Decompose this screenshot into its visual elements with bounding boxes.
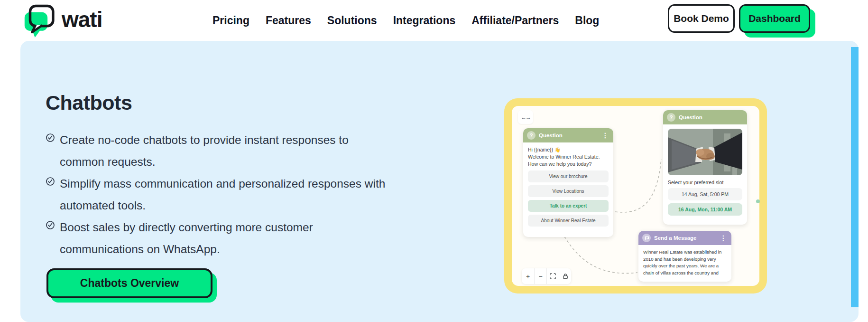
check-circle-icon xyxy=(46,220,55,230)
slot-option-14-aug[interactable]: 14 Aug, Sat, 5:00 PM xyxy=(668,188,742,200)
card-title: Send a Message xyxy=(654,235,719,241)
question-card-header: ? Question ⋮ xyxy=(523,128,613,142)
canvas-zoom-toolbar: + − xyxy=(522,268,571,284)
fit-screen-button[interactable] xyxy=(546,268,559,284)
dashboard-button[interactable]: Dashboard xyxy=(739,4,810,33)
slot-caption: Select your preferred slot xyxy=(668,180,742,185)
page-scrollbar[interactable] xyxy=(851,47,859,307)
chat-bubble-icon xyxy=(642,234,651,242)
chatbot-builder-illustration: ←→ ? Question ⋮ Hi {{name}} 👋 Welcome to… xyxy=(504,98,767,294)
question-node-card-slots: ? Question xyxy=(663,110,747,225)
question-mark-icon: ? xyxy=(527,131,536,140)
question-node-card: ? Question ⋮ Hi {{name}} 👋 Welcome to Wi… xyxy=(523,128,613,237)
message-card-text: Winner Real Estate was established in 20… xyxy=(638,245,731,280)
message-line: How can we help you today? xyxy=(528,161,609,168)
greeting-text: Hi {{name}} xyxy=(528,147,553,152)
top-navigation-bar: wati Pricing Features Solutions Integrat… xyxy=(0,0,868,41)
lock-icon xyxy=(563,273,568,279)
quick-reply-view-locations[interactable]: View Locations xyxy=(528,185,609,197)
book-demo-button[interactable]: Book Demo xyxy=(668,4,735,33)
nav-item-features[interactable]: Features xyxy=(266,14,311,27)
zoom-in-button[interactable]: + xyxy=(522,268,534,284)
nav-item-pricing[interactable]: Pricing xyxy=(212,14,249,27)
message-line: Welcome to Winner Real Estate. xyxy=(528,153,609,161)
handshake-photo xyxy=(668,129,742,175)
card-title: Question xyxy=(539,133,601,138)
slot-option-16-aug[interactable]: 16 Aug, Mon, 11:00 AM xyxy=(668,203,742,216)
question-card-header: ? Question xyxy=(663,110,747,124)
quick-reply-talk-to-expert[interactable]: Talk to an expert xyxy=(528,200,609,212)
quick-reply-about[interactable]: About Winner Real Estate xyxy=(528,215,609,227)
send-message-node-card: Send a Message ⋮ Winner Real Estate was … xyxy=(638,231,731,282)
bullet-boost-sales: Boost sales by directly converting more … xyxy=(46,217,313,260)
check-circle-icon xyxy=(46,177,55,186)
lock-canvas-button[interactable] xyxy=(559,268,571,284)
resize-handle[interactable]: ←→ xyxy=(518,110,533,124)
slot-options: 14 Aug, Sat, 5:00 PM 16 Aug, Mon, 11:00 … xyxy=(668,188,742,216)
nav-item-solutions[interactable]: Solutions xyxy=(327,14,377,27)
logo-wordmark: wati xyxy=(62,7,102,32)
wati-logo-icon xyxy=(21,2,58,39)
zoom-out-button[interactable]: − xyxy=(534,268,546,284)
nav-item-integrations[interactable]: Integrations xyxy=(393,14,456,27)
question-card-body: Hi {{name}} 👋 Welcome to Winner Real Est… xyxy=(523,142,613,231)
kebab-menu-icon[interactable]: ⋮ xyxy=(719,234,728,242)
bullet-mass-communication: Simplify mass communication and personal… xyxy=(46,173,385,217)
chatbots-overview-button[interactable]: Chatbots Overview xyxy=(46,268,212,298)
question-mark-icon: ? xyxy=(667,113,675,122)
kebab-menu-icon[interactable]: ⋮ xyxy=(601,132,609,139)
bullet-text: Simplify mass communication and personal… xyxy=(60,173,385,217)
greeting-line: Hi {{name}} 👋 xyxy=(528,146,609,153)
bullet-text: Create no-code chatbots to provide insta… xyxy=(60,129,349,173)
wati-chatbots-page: wati Pricing Features Solutions Integrat… xyxy=(0,0,868,322)
nav-item-affiliate-partners[interactable]: Affiliate/Partners xyxy=(471,14,559,27)
page-title: Chatbots xyxy=(46,91,132,114)
send-message-card-header: Send a Message ⋮ xyxy=(638,231,731,245)
nav-item-blog[interactable]: Blog xyxy=(575,14,599,27)
check-circle-icon xyxy=(46,133,55,142)
bullet-text: Boost sales by directly converting more … xyxy=(60,217,313,260)
wati-logo[interactable]: wati xyxy=(21,2,102,39)
fullscreen-icon xyxy=(550,273,556,279)
quick-reply-view-brochure[interactable]: View our brochure xyxy=(528,170,609,182)
card-title: Question xyxy=(679,114,743,120)
main-nav: Pricing Features Solutions Integrations … xyxy=(212,0,599,41)
wave-emoji: 👋 xyxy=(554,147,560,152)
bullet-instant-responses: Create no-code chatbots to provide insta… xyxy=(46,129,349,173)
